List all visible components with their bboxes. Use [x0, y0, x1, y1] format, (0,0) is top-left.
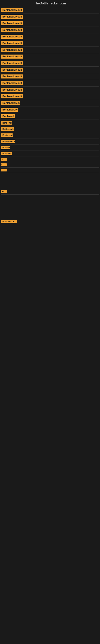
- bottleneck-badge[interactable]: Bottleneck re: [1, 220, 17, 224]
- list-item: Bottleneck result: [0, 20, 100, 26]
- bottleneck-badge[interactable]: I: [1, 164, 7, 166]
- bottleneck-badge[interactable]: Bottleneck result: [1, 101, 20, 105]
- list-item: Bottleneck result: [0, 93, 100, 100]
- bottleneck-badge[interactable]: Bottleneck result: [1, 108, 18, 112]
- bottleneck-badge[interactable]: Bottleneck result: [1, 134, 13, 137]
- list-item: Bottleneck result: [0, 106, 100, 113]
- bottleneck-badge[interactable]: Bottleneck result: [1, 114, 15, 118]
- bottleneck-badge[interactable]: Bottleneck result: [1, 88, 23, 92]
- bottleneck-badge[interactable]: Bottleneck result: [1, 61, 23, 65]
- bottleneck-badge[interactable]: Bottleneck result: [1, 54, 23, 58]
- list-item: Bottleneck result: [0, 47, 100, 53]
- list-item: Bottleneck re: [0, 219, 100, 224]
- list-item: Bottleneck result: [0, 80, 100, 86]
- bottleneck-badge[interactable]: Bottleneck result: [1, 146, 10, 149]
- list-item: Bottleneck result: [0, 138, 100, 144]
- bottleneck-badge[interactable]: Bottleneck result: [1, 121, 12, 124]
- list-item: Bottleneck result: [0, 66, 100, 73]
- bottleneck-badge[interactable]: Bottleneck result: [1, 34, 23, 39]
- bottleneck-badge[interactable]: Bottleneck result: [1, 81, 23, 85]
- bottleneck-badge[interactable]: Bottleneck result: [1, 74, 23, 78]
- bottleneck-badge[interactable]: Bottleneck result: [1, 15, 23, 19]
- list-item: Bottleneck result: [0, 60, 100, 66]
- bottleneck-badge[interactable]: [1, 169, 7, 172]
- list-item: [0, 168, 100, 173]
- bottleneck-badge[interactable]: Bottleneck result: [1, 94, 23, 98]
- gap-spacer: [0, 211, 100, 219]
- bottleneck-badge[interactable]: Bottleneck result: [1, 127, 14, 131]
- bottleneck-badge[interactable]: Bottleneck result: [1, 21, 23, 25]
- list-item: Bottleneck result: [0, 40, 100, 46]
- list-item: I: [0, 162, 100, 168]
- bottleneck-badge[interactable]: Bottleneck result: [1, 8, 23, 12]
- bottleneck-badge[interactable]: B: [1, 158, 7, 161]
- gap-spacer: [0, 194, 100, 211]
- list-item: Bottleneck result: [0, 145, 100, 150]
- bottleneck-badge[interactable]: Bottleneck result: [1, 41, 23, 45]
- bottleneck-badge[interactable]: Bottleneck result: [1, 28, 23, 32]
- list-item: Bottleneck result: [0, 53, 100, 60]
- list-item: Bottleneck result: [0, 151, 100, 156]
- bottleneck-list: Bottleneck result Bottleneck result Bott…: [0, 6, 100, 306]
- list-item: Bottleneck result: [0, 86, 100, 93]
- bottleneck-badge[interactable]: Bo: [1, 190, 7, 193]
- list-item: Bottleneck result: [0, 113, 100, 120]
- site-title-bar: TheBottlenecker.com: [0, 0, 100, 6]
- bottleneck-badge[interactable]: Bottleneck result: [1, 48, 23, 52]
- bottleneck-badge[interactable]: Bottleneck result: [1, 152, 12, 155]
- list-item: Bottleneck result: [0, 7, 100, 13]
- list-item: Bottleneck result: [0, 120, 100, 126]
- site-title: TheBottlenecker.com: [0, 0, 100, 6]
- bottom-spacer: [0, 224, 100, 305]
- list-item: Bottleneck result: [0, 126, 100, 132]
- list-item: Bo: [0, 189, 100, 194]
- bottleneck-badge[interactable]: Bottleneck result: [1, 140, 15, 143]
- list-item: Bottleneck result: [0, 27, 100, 33]
- list-item: Bottleneck result: [0, 34, 100, 40]
- gap-spacer: [0, 173, 100, 189]
- list-item: Bottleneck result: [0, 100, 100, 106]
- bottleneck-badge[interactable]: Bottleneck result: [1, 68, 23, 72]
- list-item: Bottleneck result: [0, 73, 100, 80]
- list-item: B: [0, 157, 100, 162]
- list-item: Bottleneck result: [0, 132, 100, 138]
- list-item: Bottleneck result: [0, 14, 100, 20]
